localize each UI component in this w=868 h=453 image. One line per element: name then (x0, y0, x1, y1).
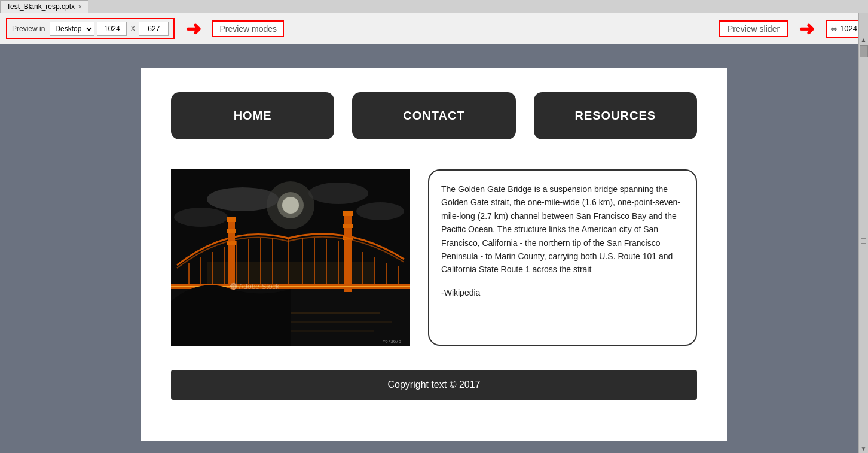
contact-button[interactable]: CONTACT (352, 92, 515, 139)
scrollbar-line (861, 243, 866, 244)
file-tab[interactable]: Test_Blank_resp.cptx × (0, 0, 88, 13)
tab-filename: Test_Blank_resp.cptx (7, 2, 75, 11)
scrollbar-line (861, 238, 866, 239)
bridge-svg: 🅐 Adobe Stock #673675 (171, 169, 410, 346)
preview-slider-box: Preview slider (719, 20, 788, 37)
scroll-down-arrow[interactable]: ▼ (860, 445, 868, 452)
content-section: 🅐 Adobe Stock #673675 The Golden Gate Br… (171, 169, 697, 346)
tab-close-button[interactable]: × (78, 4, 82, 10)
svg-point-6 (356, 202, 404, 220)
arrow-to-preview-modes: ➜ (185, 17, 201, 40)
scrollbar-lines-group (861, 238, 866, 244)
svg-rect-14 (227, 217, 236, 222)
copyright-footer: Copyright text © 2017 (171, 370, 697, 400)
svg-point-7 (174, 208, 228, 227)
bridge-image: 🅐 Adobe Stock #673675 (171, 169, 410, 346)
preview-in-label: Preview in (12, 25, 45, 33)
svg-rect-13 (228, 217, 235, 292)
width-input[interactable]: 1024 (97, 22, 127, 36)
content-panel: HOME CONTACT RESOURCES (141, 68, 727, 441)
preview-slider-label: Preview slider (728, 24, 780, 34)
svg-point-3 (282, 197, 299, 214)
preview-area: HOME CONTACT RESOURCES (0, 44, 868, 453)
arrow-to-slider: ➜ (799, 17, 815, 40)
scrollbar-top-arrow[interactable]: ▲ (858, 13, 868, 44)
wikipedia-attribution: -Wikipedia (441, 286, 684, 299)
dimension-separator: X (130, 25, 135, 33)
bridge-text-box: The Golden Gate Bridge is a suspension b… (428, 169, 697, 346)
preview-controls-group: Preview in Desktop 1024 X 627 (6, 18, 175, 39)
slider-value: 1024 (840, 24, 857, 33)
scroll-thumb[interactable] (860, 45, 868, 57)
svg-rect-15 (227, 229, 236, 233)
bridge-description: The Golden Gate Bridge is a suspension b… (441, 183, 684, 276)
toolbar: Preview in Desktop 1024 X 627 ➜ Preview … (0, 13, 868, 44)
svg-rect-18 (343, 211, 353, 216)
preview-modes-label: Preview modes (219, 24, 277, 34)
slider-icon: ⇔ (830, 24, 838, 34)
home-button[interactable]: HOME (171, 92, 334, 139)
scroll-up-icon: ▲ (861, 37, 867, 43)
svg-point-5 (308, 183, 368, 204)
svg-text:#673675: #673675 (383, 339, 402, 344)
scrollbar-line (861, 241, 866, 241)
height-input[interactable]: 627 (139, 22, 169, 36)
svg-point-4 (207, 187, 279, 211)
scrollbar[interactable]: ▼ (858, 44, 868, 453)
tab-bar: Test_Blank_resp.cptx × (0, 0, 868, 13)
svg-rect-19 (343, 224, 353, 228)
nav-buttons: HOME CONTACT RESOURCES (171, 92, 697, 139)
svg-text:🅐 Adobe Stock: 🅐 Adobe Stock (230, 282, 280, 291)
slider-value-box[interactable]: ⇔ 1024 (826, 20, 862, 38)
desktop-select[interactable]: Desktop (50, 22, 94, 36)
resources-button[interactable]: RESOURCES (534, 92, 697, 139)
preview-modes-box: Preview modes (212, 20, 284, 37)
scroll-down-icon: ▼ (861, 445, 867, 452)
